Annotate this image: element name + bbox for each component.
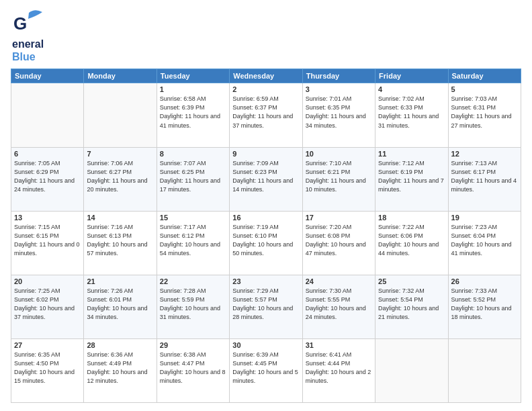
day-number: 24 xyxy=(306,277,372,285)
day-number: 23 xyxy=(232,277,299,285)
day-number: 7 xyxy=(87,150,153,158)
week-row-5: 27Sunrise: 6:35 AMSunset: 4:50 PMDayligh… xyxy=(11,338,521,402)
logo-blue: Blue xyxy=(12,50,44,63)
day-number: 25 xyxy=(378,277,445,285)
day-info: Sunrise: 7:28 AMSunset: 5:59 PMDaylight:… xyxy=(160,287,226,322)
day-info: Sunrise: 6:38 AMSunset: 4:47 PMDaylight:… xyxy=(160,351,226,385)
table-cell: 3Sunrise: 7:01 AMSunset: 6:35 PMDaylight… xyxy=(302,83,375,147)
day-number: 31 xyxy=(306,341,372,349)
day-info: Sunrise: 7:23 AMSunset: 6:04 PMDaylight:… xyxy=(451,223,518,258)
table-cell: 5Sunrise: 7:03 AMSunset: 6:31 PMDaylight… xyxy=(448,83,521,147)
day-number: 21 xyxy=(87,277,153,285)
day-number: 2 xyxy=(232,85,299,93)
day-number: 13 xyxy=(14,214,81,222)
logo-words: eneral Blue xyxy=(12,38,44,63)
day-info: Sunrise: 7:10 AMSunset: 6:21 PMDaylight:… xyxy=(306,159,372,194)
table-cell: 16Sunrise: 7:19 AMSunset: 6:10 PMDayligh… xyxy=(230,211,302,275)
day-number: 18 xyxy=(378,214,445,222)
day-info: Sunrise: 7:17 AMSunset: 6:12 PMDaylight:… xyxy=(160,223,226,258)
table-cell: 28Sunrise: 6:36 AMSunset: 4:49 PMDayligh… xyxy=(84,338,157,402)
day-info: Sunrise: 7:12 AMSunset: 6:19 PMDaylight:… xyxy=(378,159,445,194)
table-cell xyxy=(448,338,521,402)
day-info: Sunrise: 7:22 AMSunset: 6:06 PMDaylight:… xyxy=(378,223,445,258)
table-cell: 23Sunrise: 7:29 AMSunset: 5:57 PMDayligh… xyxy=(230,275,302,338)
day-number: 14 xyxy=(87,214,153,222)
day-number: 10 xyxy=(306,150,372,158)
calendar-table: Sunday Monday Tuesday Wednesday Thursday… xyxy=(11,68,521,403)
table-cell: 7Sunrise: 7:06 AMSunset: 6:27 PMDaylight… xyxy=(84,147,157,211)
table-cell: 6Sunrise: 7:05 AMSunset: 6:29 PMDaylight… xyxy=(11,147,84,211)
day-number: 29 xyxy=(160,341,226,349)
day-info: Sunrise: 7:26 AMSunset: 6:01 PMDaylight:… xyxy=(87,287,153,322)
day-number: 3 xyxy=(306,85,372,93)
day-number: 16 xyxy=(232,214,299,222)
day-number: 12 xyxy=(451,150,518,158)
day-number: 11 xyxy=(378,150,445,158)
day-info: Sunrise: 7:09 AMSunset: 6:23 PMDaylight:… xyxy=(232,159,299,194)
day-info: Sunrise: 7:19 AMSunset: 6:10 PMDaylight:… xyxy=(232,223,299,258)
day-info: Sunrise: 7:03 AMSunset: 6:31 PMDaylight:… xyxy=(451,95,518,130)
day-info: Sunrise: 7:15 AMSunset: 6:15 PMDaylight:… xyxy=(14,223,81,258)
table-cell xyxy=(84,83,157,147)
day-info: Sunrise: 7:33 AMSunset: 5:52 PMDaylight:… xyxy=(451,287,518,322)
week-row-1: 1Sunrise: 6:58 AMSunset: 6:39 PMDaylight… xyxy=(11,83,521,147)
table-cell: 13Sunrise: 7:15 AMSunset: 6:15 PMDayligh… xyxy=(11,211,84,275)
col-saturday: Saturday xyxy=(448,69,521,83)
table-cell: 14Sunrise: 7:16 AMSunset: 6:13 PMDayligh… xyxy=(84,211,157,275)
day-number: 20 xyxy=(14,277,81,285)
day-number: 15 xyxy=(160,214,226,222)
day-number: 8 xyxy=(160,150,226,158)
day-info: Sunrise: 7:16 AMSunset: 6:13 PMDaylight:… xyxy=(87,223,153,258)
day-number: 5 xyxy=(451,85,518,93)
day-info: Sunrise: 7:20 AMSunset: 6:08 PMDaylight:… xyxy=(306,223,372,258)
table-cell: 12Sunrise: 7:13 AMSunset: 6:17 PMDayligh… xyxy=(448,147,521,211)
day-number: 22 xyxy=(160,277,226,285)
col-tuesday: Tuesday xyxy=(157,69,229,83)
table-cell: 21Sunrise: 7:26 AMSunset: 6:01 PMDayligh… xyxy=(84,275,157,338)
day-info: Sunrise: 7:07 AMSunset: 6:25 PMDaylight:… xyxy=(160,159,226,194)
table-cell: 29Sunrise: 6:38 AMSunset: 4:47 PMDayligh… xyxy=(157,338,229,402)
col-sunday: Sunday xyxy=(11,69,84,83)
day-info: Sunrise: 7:13 AMSunset: 6:17 PMDaylight:… xyxy=(451,159,518,194)
day-info: Sunrise: 7:02 AMSunset: 6:33 PMDaylight:… xyxy=(378,95,445,130)
day-info: Sunrise: 6:39 AMSunset: 4:45 PMDaylight:… xyxy=(232,351,299,385)
day-number: 19 xyxy=(451,214,518,222)
day-info: Sunrise: 7:06 AMSunset: 6:27 PMDaylight:… xyxy=(87,159,153,194)
table-cell: 22Sunrise: 7:28 AMSunset: 5:59 PMDayligh… xyxy=(157,275,229,338)
table-cell: 30Sunrise: 6:39 AMSunset: 4:45 PMDayligh… xyxy=(230,338,302,402)
table-cell: 15Sunrise: 7:17 AMSunset: 6:12 PMDayligh… xyxy=(157,211,229,275)
table-cell: 31Sunrise: 6:41 AMSunset: 4:44 PMDayligh… xyxy=(302,338,375,402)
day-number: 9 xyxy=(232,150,299,158)
col-wednesday: Wednesday xyxy=(230,69,302,83)
day-info: Sunrise: 7:01 AMSunset: 6:35 PMDaylight:… xyxy=(306,95,372,130)
col-friday: Friday xyxy=(375,69,448,83)
table-cell: 27Sunrise: 6:35 AMSunset: 4:50 PMDayligh… xyxy=(11,338,84,402)
table-cell: 17Sunrise: 7:20 AMSunset: 6:08 PMDayligh… xyxy=(302,211,375,275)
table-cell: 9Sunrise: 7:09 AMSunset: 6:23 PMDaylight… xyxy=(230,147,302,211)
table-cell: 26Sunrise: 7:33 AMSunset: 5:52 PMDayligh… xyxy=(448,275,521,338)
page-header: G eneral Blue xyxy=(11,8,521,63)
day-info: Sunrise: 6:36 AMSunset: 4:49 PMDaylight:… xyxy=(87,351,153,385)
logo-icon: G xyxy=(13,8,42,38)
table-cell: 11Sunrise: 7:12 AMSunset: 6:19 PMDayligh… xyxy=(375,147,448,211)
day-info: Sunrise: 7:30 AMSunset: 5:55 PMDaylight:… xyxy=(306,287,372,322)
day-info: Sunrise: 6:58 AMSunset: 6:39 PMDaylight:… xyxy=(160,95,226,130)
table-cell xyxy=(11,83,84,147)
logo-general: eneral xyxy=(12,38,44,50)
table-cell: 18Sunrise: 7:22 AMSunset: 6:06 PMDayligh… xyxy=(375,211,448,275)
day-number: 26 xyxy=(451,277,518,285)
table-cell: 2Sunrise: 6:59 AMSunset: 6:37 PMDaylight… xyxy=(230,83,302,147)
table-cell: 10Sunrise: 7:10 AMSunset: 6:21 PMDayligh… xyxy=(302,147,375,211)
day-info: Sunrise: 6:41 AMSunset: 4:44 PMDaylight:… xyxy=(306,351,372,385)
day-info: Sunrise: 6:35 AMSunset: 4:50 PMDaylight:… xyxy=(14,351,81,385)
day-info: Sunrise: 7:29 AMSunset: 5:57 PMDaylight:… xyxy=(232,287,299,322)
day-info: Sunrise: 7:25 AMSunset: 6:02 PMDaylight:… xyxy=(14,287,81,322)
table-cell: 25Sunrise: 7:32 AMSunset: 5:54 PMDayligh… xyxy=(375,275,448,338)
table-cell: 20Sunrise: 7:25 AMSunset: 6:02 PMDayligh… xyxy=(11,275,84,338)
col-thursday: Thursday xyxy=(302,69,375,83)
day-info: Sunrise: 7:05 AMSunset: 6:29 PMDaylight:… xyxy=(14,159,81,194)
day-number: 6 xyxy=(14,150,81,158)
table-cell: 4Sunrise: 7:02 AMSunset: 6:33 PMDaylight… xyxy=(375,83,448,147)
table-cell xyxy=(375,338,448,402)
col-monday: Monday xyxy=(84,69,157,83)
